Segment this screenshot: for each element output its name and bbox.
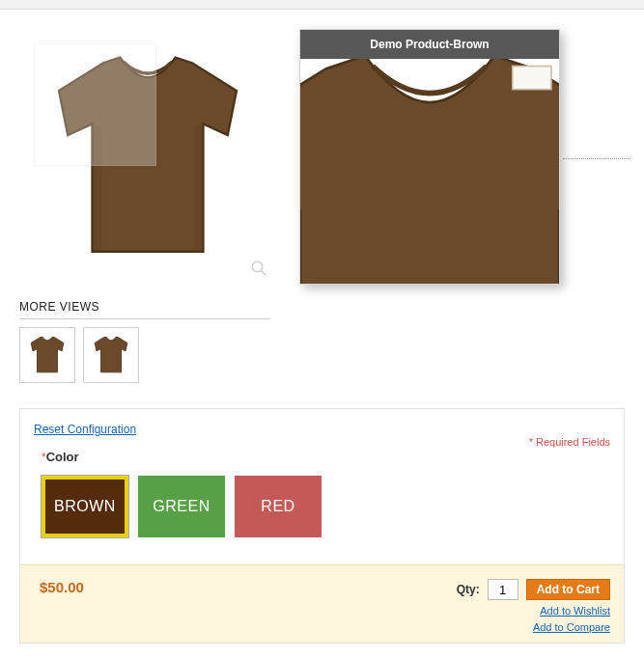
qty-input[interactable] — [488, 579, 518, 600]
configuration-box: Reset Configuration * Required Fields *C… — [19, 408, 625, 644]
color-swatch-brown[interactable]: BROWN — [42, 476, 128, 537]
tshirt-thumb-graphic — [27, 335, 68, 375]
color-swatch-red[interactable]: RED — [235, 476, 322, 537]
zoom-lens-overlay[interactable] — [34, 43, 156, 166]
zoom-preview-panel: Demo Product-Brown — [299, 29, 560, 285]
qty-label: Qty: — [457, 583, 480, 596]
add-to-cart-strip: $50.00 Qty: Add to Cart Add to Wishlist … — [20, 564, 624, 643]
magnifier-icon[interactable] — [250, 260, 267, 277]
tshirt-thumb-graphic — [91, 335, 131, 375]
svg-point-0 — [252, 261, 263, 272]
add-to-cart-button[interactable]: Add to Cart — [526, 579, 610, 600]
color-field-label: *Color — [42, 450, 610, 464]
product-price: $50.00 — [34, 579, 84, 595]
top-chrome-strip — [0, 0, 644, 10]
zoom-preview-title: Demo Product-Brown — [300, 30, 559, 59]
thumbnail-1[interactable] — [19, 327, 75, 383]
zoom-preview-graphic — [300, 30, 559, 285]
add-to-wishlist-link[interactable]: Add to Wishlist — [540, 605, 610, 617]
dotted-separator — [563, 158, 630, 159]
svg-line-1 — [261, 270, 266, 275]
color-swatch-green[interactable]: GREEN — [138, 476, 225, 537]
svg-rect-2 — [513, 67, 551, 90]
required-fields-note: * Required Fields — [529, 436, 610, 448]
reset-configuration-link[interactable]: Reset Configuration — [34, 423, 136, 436]
main-product-image[interactable] — [19, 29, 275, 285]
thumbnail-2[interactable] — [83, 327, 139, 383]
more-views-title: MORE VIEWS — [19, 300, 270, 319]
add-to-compare-link[interactable]: Add to Compare — [533, 621, 610, 633]
